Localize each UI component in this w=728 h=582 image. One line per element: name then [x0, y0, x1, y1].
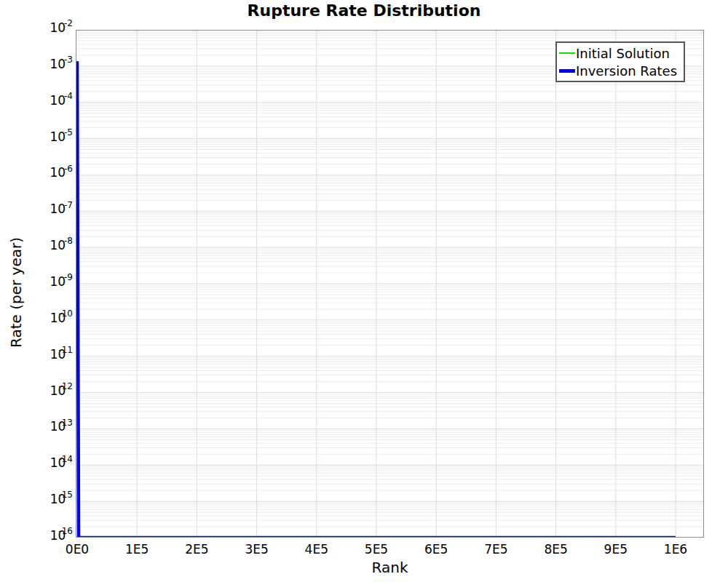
y-tick-label: 10-15: [13, 492, 73, 506]
y-tick-label: 10-10: [13, 311, 73, 325]
x-tick-label: 6E5: [407, 542, 465, 557]
y-tick-label: 10-16: [13, 528, 73, 543]
y-tick-label: 10-2: [13, 20, 73, 35]
x-axis-title: Rank: [76, 559, 704, 576]
x-tick-label: 4E5: [288, 542, 346, 557]
x-tick-label: 1E5: [108, 542, 166, 557]
x-tick-label: 2E5: [167, 542, 226, 557]
y-tick-label: 10-6: [13, 165, 73, 180]
legend-label-inversion-rates: Inversion Rates: [576, 63, 677, 79]
chart-title: Rupture Rate Distribution: [0, 1, 728, 20]
y-tick-label: 10-11: [13, 347, 73, 362]
y-tick-label: 10-8: [13, 238, 73, 252]
y-tick-label: 10-12: [13, 383, 73, 398]
y-tick-label: 10-3: [13, 57, 73, 71]
legend-item-inversion-rates: Inversion Rates: [559, 62, 682, 79]
y-tick-label: 10-13: [13, 419, 73, 434]
x-tick-label: 0E0: [48, 542, 106, 557]
x-tick-label: 5E5: [347, 542, 405, 557]
x-tick-label: 7E5: [467, 542, 525, 557]
y-tick-label: 10-14: [13, 455, 73, 470]
y-tick-label: 10-5: [13, 129, 73, 144]
inversion-rates-line-swatch: [559, 69, 575, 73]
x-tick-label: 9E5: [587, 542, 645, 557]
y-tick-label: 10-9: [13, 274, 73, 289]
y-tick-label: 10-4: [13, 93, 73, 108]
legend-label-initial-solution: Initial Solution: [576, 46, 670, 61]
x-tick-label: 1E6: [646, 542, 705, 557]
initial-solution-line-swatch: [559, 52, 575, 54]
chart-canvas: Rupture Rate Distribution Rate (per year…: [0, 0, 728, 582]
legend: Initial Solution Inversion Rates: [555, 41, 685, 82]
x-tick-label: 8E5: [527, 542, 585, 557]
legend-item-initial-solution: Initial Solution: [559, 44, 682, 62]
plot-area: [76, 30, 704, 538]
y-tick-label: 10-7: [13, 202, 73, 216]
x-tick-label: 3E5: [228, 542, 286, 557]
